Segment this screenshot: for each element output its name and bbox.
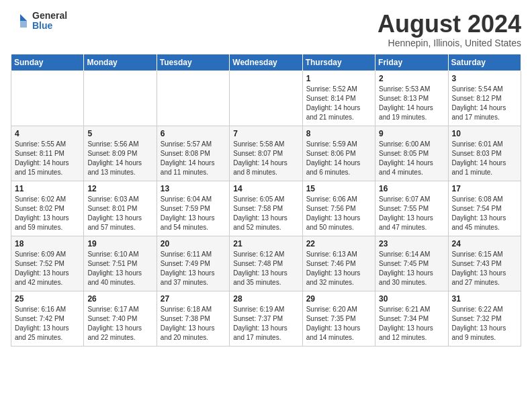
calendar-cell: 14Sunrise: 6:05 AM Sunset: 7:58 PM Dayli…	[230, 181, 302, 236]
calendar-cell: 27Sunrise: 6:18 AM Sunset: 7:38 PM Dayli…	[157, 291, 229, 346]
day-number: 2	[379, 74, 444, 83]
day-info: Sunrise: 6:09 AM Sunset: 7:52 PM Dayligh…	[15, 250, 80, 287]
day-info: Sunrise: 6:11 AM Sunset: 7:49 PM Dayligh…	[161, 250, 226, 287]
day-number: 23	[379, 239, 444, 248]
day-info: Sunrise: 6:01 AM Sunset: 8:03 PM Dayligh…	[452, 140, 517, 177]
day-info: Sunrise: 5:55 AM Sunset: 8:11 PM Dayligh…	[15, 140, 80, 177]
calendar-cell: 2Sunrise: 5:53 AM Sunset: 8:13 PM Daylig…	[375, 71, 448, 126]
day-info: Sunrise: 5:52 AM Sunset: 8:14 PM Dayligh…	[306, 85, 371, 122]
day-number: 31	[452, 294, 517, 304]
day-info: Sunrise: 6:10 AM Sunset: 7:51 PM Dayligh…	[87, 250, 152, 287]
day-number: 5	[87, 129, 152, 138]
calendar-cell: 26Sunrise: 6:17 AM Sunset: 7:40 PM Dayli…	[84, 291, 157, 346]
day-number: 15	[306, 184, 371, 193]
day-info: Sunrise: 6:14 AM Sunset: 7:45 PM Dayligh…	[379, 250, 444, 287]
month-title: August 2024	[378, 11, 521, 38]
day-number: 9	[379, 129, 444, 138]
day-info: Sunrise: 5:59 AM Sunset: 8:06 PM Dayligh…	[306, 140, 371, 177]
calendar-cell: 4Sunrise: 5:55 AM Sunset: 8:11 PM Daylig…	[11, 126, 84, 181]
svg-marker-0	[20, 14, 27, 21]
day-number: 13	[161, 184, 226, 193]
day-number: 6	[161, 129, 226, 138]
calendar-cell: 8Sunrise: 5:59 AM Sunset: 8:06 PM Daylig…	[302, 126, 375, 181]
day-number: 12	[87, 184, 152, 193]
week-row-2: 11Sunrise: 6:02 AM Sunset: 8:02 PM Dayli…	[11, 181, 521, 236]
calendar-header: SundayMondayTuesdayWednesdayThursdayFrid…	[11, 54, 521, 71]
day-number: 1	[306, 74, 371, 83]
calendar-cell	[157, 71, 229, 126]
day-info: Sunrise: 6:21 AM Sunset: 7:34 PM Dayligh…	[379, 305, 444, 342]
day-info: Sunrise: 6:20 AM Sunset: 7:35 PM Dayligh…	[306, 305, 371, 342]
title-area: August 2024 Hennepin, Illinois, United S…	[378, 11, 521, 48]
day-number: 24	[452, 239, 517, 248]
weekday-header-wednesday: Wednesday	[230, 54, 302, 71]
day-info: Sunrise: 5:58 AM Sunset: 8:07 PM Dayligh…	[233, 140, 298, 177]
day-number: 20	[161, 239, 226, 248]
logo: General Blue	[11, 11, 67, 32]
logo-general-text: General	[32, 11, 67, 21]
svg-marker-1	[20, 21, 27, 28]
day-info: Sunrise: 6:19 AM Sunset: 7:37 PM Dayligh…	[233, 305, 298, 342]
calendar-cell: 28Sunrise: 6:19 AM Sunset: 7:37 PM Dayli…	[230, 291, 302, 346]
day-info: Sunrise: 6:13 AM Sunset: 7:46 PM Dayligh…	[306, 250, 371, 287]
day-number: 3	[452, 74, 517, 83]
day-number: 8	[306, 129, 371, 138]
day-number: 14	[233, 184, 298, 193]
day-info: Sunrise: 6:18 AM Sunset: 7:38 PM Dayligh…	[161, 305, 226, 342]
day-info: Sunrise: 6:04 AM Sunset: 7:59 PM Dayligh…	[161, 195, 226, 232]
week-row-4: 25Sunrise: 6:16 AM Sunset: 7:42 PM Dayli…	[11, 291, 521, 346]
calendar-cell: 7Sunrise: 5:58 AM Sunset: 8:07 PM Daylig…	[230, 126, 302, 181]
day-number: 25	[15, 294, 80, 304]
day-number: 17	[452, 184, 517, 193]
day-info: Sunrise: 5:56 AM Sunset: 8:09 PM Dayligh…	[87, 140, 152, 177]
weekday-header-tuesday: Tuesday	[157, 54, 229, 71]
weekday-header-friday: Friday	[375, 54, 448, 71]
day-number: 28	[233, 294, 298, 304]
day-number: 21	[233, 239, 298, 248]
day-number: 10	[452, 129, 517, 138]
logo-blue-text: Blue	[32, 21, 67, 31]
calendar-cell: 11Sunrise: 6:02 AM Sunset: 8:02 PM Dayli…	[11, 181, 84, 236]
day-info: Sunrise: 6:17 AM Sunset: 7:40 PM Dayligh…	[87, 305, 152, 342]
calendar-cell: 5Sunrise: 5:56 AM Sunset: 8:09 PM Daylig…	[84, 126, 157, 181]
day-number: 7	[233, 129, 298, 138]
day-number: 11	[15, 184, 80, 193]
calendar-cell: 30Sunrise: 6:21 AM Sunset: 7:34 PM Dayli…	[375, 291, 448, 346]
calendar-cell: 17Sunrise: 6:08 AM Sunset: 7:54 PM Dayli…	[448, 181, 521, 236]
day-info: Sunrise: 6:08 AM Sunset: 7:54 PM Dayligh…	[452, 195, 517, 232]
weekday-header-saturday: Saturday	[448, 54, 521, 71]
day-number: 16	[379, 184, 444, 193]
day-info: Sunrise: 6:12 AM Sunset: 7:48 PM Dayligh…	[233, 250, 298, 287]
day-info: Sunrise: 5:53 AM Sunset: 8:13 PM Dayligh…	[379, 85, 444, 122]
day-info: Sunrise: 6:06 AM Sunset: 7:56 PM Dayligh…	[306, 195, 371, 232]
calendar-cell: 24Sunrise: 6:15 AM Sunset: 7:43 PM Dayli…	[448, 236, 521, 291]
day-number: 19	[87, 239, 152, 248]
day-number: 4	[15, 129, 80, 138]
day-info: Sunrise: 5:54 AM Sunset: 8:12 PM Dayligh…	[452, 85, 517, 122]
day-info: Sunrise: 5:57 AM Sunset: 8:08 PM Dayligh…	[161, 140, 226, 177]
week-row-3: 18Sunrise: 6:09 AM Sunset: 7:52 PM Dayli…	[11, 236, 521, 291]
day-number: 30	[379, 294, 444, 304]
day-info: Sunrise: 6:22 AM Sunset: 7:32 PM Dayligh…	[452, 305, 517, 342]
calendar-cell: 22Sunrise: 6:13 AM Sunset: 7:46 PM Dayli…	[302, 236, 375, 291]
day-info: Sunrise: 6:16 AM Sunset: 7:42 PM Dayligh…	[15, 305, 80, 342]
calendar-cell: 13Sunrise: 6:04 AM Sunset: 7:59 PM Dayli…	[157, 181, 229, 236]
calendar-cell	[230, 71, 302, 126]
calendar-cell: 23Sunrise: 6:14 AM Sunset: 7:45 PM Dayli…	[375, 236, 448, 291]
day-info: Sunrise: 6:00 AM Sunset: 8:05 PM Dayligh…	[379, 140, 444, 177]
day-info: Sunrise: 6:03 AM Sunset: 8:01 PM Dayligh…	[87, 195, 152, 232]
day-info: Sunrise: 6:05 AM Sunset: 7:58 PM Dayligh…	[233, 195, 298, 232]
calendar-table: SundayMondayTuesdayWednesdayThursdayFrid…	[11, 54, 521, 347]
day-number: 22	[306, 239, 371, 248]
day-info: Sunrise: 6:15 AM Sunset: 7:43 PM Dayligh…	[452, 250, 517, 287]
logo-icon	[11, 11, 30, 30]
calendar-cell: 12Sunrise: 6:03 AM Sunset: 8:01 PM Dayli…	[84, 181, 157, 236]
header: General Blue August 2024 Hennepin, Illin…	[11, 11, 521, 48]
calendar-cell: 9Sunrise: 6:00 AM Sunset: 8:05 PM Daylig…	[375, 126, 448, 181]
weekday-header-monday: Monday	[84, 54, 157, 71]
calendar-cell: 10Sunrise: 6:01 AM Sunset: 8:03 PM Dayli…	[448, 126, 521, 181]
calendar-body: 1Sunrise: 5:52 AM Sunset: 8:14 PM Daylig…	[11, 71, 521, 346]
calendar-cell: 6Sunrise: 5:57 AM Sunset: 8:08 PM Daylig…	[157, 126, 229, 181]
calendar-cell: 18Sunrise: 6:09 AM Sunset: 7:52 PM Dayli…	[11, 236, 84, 291]
calendar-cell: 15Sunrise: 6:06 AM Sunset: 7:56 PM Dayli…	[302, 181, 375, 236]
